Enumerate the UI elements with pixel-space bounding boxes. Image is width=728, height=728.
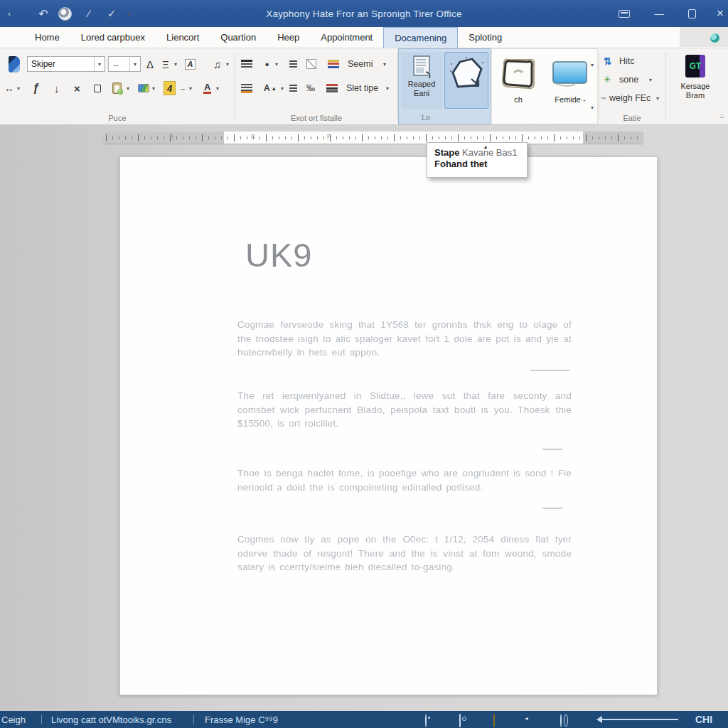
group-label-exot: Exot ort fistalle — [235, 114, 397, 122]
permille-icon[interactable]: ‰ — [306, 80, 315, 97]
caret-down-icon[interactable] — [275, 55, 278, 73]
squiggle-icon[interactable]: ~ — [601, 91, 606, 105]
font-size-glyph[interactable]: ↔ — [109, 57, 129, 71]
weigh-fec-button[interactable]: weigh FEc — [609, 91, 651, 105]
caret-down-icon[interactable] — [226, 55, 229, 73]
borders-icon[interactable] — [306, 59, 316, 69]
tab-docamening[interactable]: Docamening — [383, 27, 458, 48]
restore-icon[interactable] — [688, 9, 696, 18]
book-icon[interactable] — [493, 714, 495, 727]
document-page[interactable]: UK9 Cogmae fervseode sking that 1Y568 te… — [119, 156, 658, 695]
caret-down-icon[interactable] — [122, 0, 135, 27]
contact-card-icon[interactable] — [459, 714, 461, 727]
align-left-icon[interactable] — [241, 60, 252, 68]
format-painter-icon[interactable] — [94, 85, 101, 92]
text-effects-icon[interactable]: ♫ — [213, 55, 221, 73]
caret-down-icon[interactable] — [383, 55, 386, 73]
caret-down-icon[interactable] — [152, 80, 155, 97]
font-name-value[interactable]: Skiper — [28, 57, 94, 71]
subscript-icon[interactable]: ↓ — [54, 80, 60, 97]
sort-color-icon[interactable] — [328, 60, 339, 68]
account-avatar[interactable] — [58, 7, 72, 21]
shading-icon[interactable] — [241, 84, 252, 93]
caret-down-icon[interactable] — [17, 80, 20, 97]
caret-down-icon[interactable] — [649, 73, 652, 87]
font-color-icon[interactable]: A — [203, 82, 211, 94]
close-icon[interactable]: × — [714, 0, 727, 27]
caret-down-icon[interactable] — [94, 57, 105, 71]
ch-button[interactable]: ch — [493, 50, 543, 122]
tab-heep[interactable]: Heep — [267, 27, 310, 48]
caret-down-icon[interactable] — [174, 55, 177, 73]
line-spacing-icon[interactable] — [289, 85, 297, 92]
caret-down-icon[interactable] — [591, 102, 594, 111]
caret-down-icon[interactable] — [281, 80, 284, 97]
font-name-combobox[interactable]: Skiper — [27, 56, 105, 72]
left-arrow-icon[interactable] — [599, 719, 678, 720]
tab-lored-carpbuex[interactable]: Lored carpbuex — [70, 27, 156, 48]
status-item[interactable]: Frasse Mige C⁹⁹9 — [205, 711, 278, 728]
undo-icon[interactable]: ↶ — [37, 0, 50, 27]
sone-button[interactable]: sone — [619, 73, 638, 87]
caret-down-icon[interactable] — [127, 80, 129, 97]
styles-preview-icon[interactable] — [326, 84, 338, 92]
align-center-icon[interactable] — [289, 60, 297, 68]
shape-tool-button[interactable] — [444, 52, 488, 109]
grow-font-icon[interactable]: Δ — [146, 55, 154, 73]
reaped-eani-button[interactable]: Reaped Eani — [401, 52, 442, 109]
kersage-bram-button[interactable]: GT Kersage Bram — [669, 51, 722, 117]
seemi-button[interactable]: Seemi — [348, 55, 373, 73]
refresh-arrows-icon[interactable]: ⇅ — [604, 54, 612, 68]
horizontal-ruler[interactable]: R 8 P — [103, 132, 643, 144]
back-icon[interactable]: ‹ — [3, 0, 16, 27]
ribbon-group-eatie: ⇅ Hitc ✳ sone ~ weigh FEc Eatie — [599, 48, 665, 124]
femide-button[interactable]: Femide - — [545, 50, 596, 122]
dialog-launcher-icon[interactable]: ∴ — [719, 112, 724, 120]
slet-tipe-button[interactable]: Slet tipe — [346, 80, 378, 97]
italic-icon[interactable]: ƒ — [33, 80, 39, 97]
font-size-combobox[interactable]: ↔ — [108, 56, 141, 72]
strikethrough-icon[interactable]: × — [74, 80, 80, 97]
ribbon-group-exot: • Seemi A ‰ Slet tipe Exot ort fistalle — [235, 48, 397, 124]
tab-quartion[interactable]: Quartion — [210, 27, 267, 48]
button-label: Bram — [686, 91, 705, 100]
picture-icon[interactable] — [138, 84, 149, 92]
hitc-button[interactable]: Hitc — [619, 54, 635, 68]
group-label-puce: Puce — [0, 114, 235, 122]
tab-sploting[interactable]: Sploting — [458, 27, 513, 48]
share-icon[interactable] — [710, 33, 719, 43]
caret-down-icon[interactable] — [591, 60, 594, 68]
ruler-mark: P — [327, 133, 331, 140]
change-case-icon[interactable]: Ξ — [162, 55, 169, 73]
globe-icon[interactable] — [560, 714, 562, 727]
status-item[interactable]: Livong catt otVMtooiks.gr.cns — [51, 711, 171, 728]
clock-icon[interactable] — [425, 714, 427, 727]
clipboard-icon[interactable] — [112, 82, 122, 94]
ribbon-group-shapes: ch Femide - — [491, 48, 598, 124]
minimize-icon[interactable]: — — [653, 0, 665, 27]
caret-down-icon[interactable] — [129, 57, 140, 71]
highlight-icon[interactable]: 4 — [164, 81, 176, 95]
tab-appointment[interactable]: Appointment — [310, 27, 383, 48]
caret-down-icon[interactable] — [656, 91, 659, 105]
paragraph: Cogmes now tiy as pope on the O0ec: t 1/… — [237, 532, 572, 574]
wrap-icon[interactable]: ↔ — [4, 80, 14, 97]
paste-icon[interactable] — [9, 56, 20, 73]
bullet-list-icon[interactable]: • — [265, 55, 269, 73]
tab-home[interactable]: Home — [24, 27, 70, 48]
sort-icon[interactable]: A — [264, 80, 270, 97]
status-right-label[interactable]: CHI — [695, 711, 712, 728]
divider-line — [542, 508, 562, 509]
plant-icon[interactable]: ✳ — [604, 73, 611, 87]
status-item[interactable]: Ceigh — [1, 711, 26, 728]
caret-down-icon[interactable] — [189, 80, 192, 97]
ruler-mark: R — [169, 133, 174, 140]
pen-icon[interactable]: ∕ — [82, 0, 95, 27]
clear-formatting-icon[interactable]: A — [185, 59, 196, 70]
caret-down-icon[interactable] — [216, 80, 219, 97]
ruler-mark: 8 — [251, 133, 255, 140]
ribbon-display-options-icon[interactable] — [619, 10, 630, 18]
tab-liencort[interactable]: Liencort — [156, 27, 210, 48]
caret-down-icon[interactable] — [386, 80, 389, 97]
check-icon[interactable]: ✓ — [105, 0, 118, 27]
